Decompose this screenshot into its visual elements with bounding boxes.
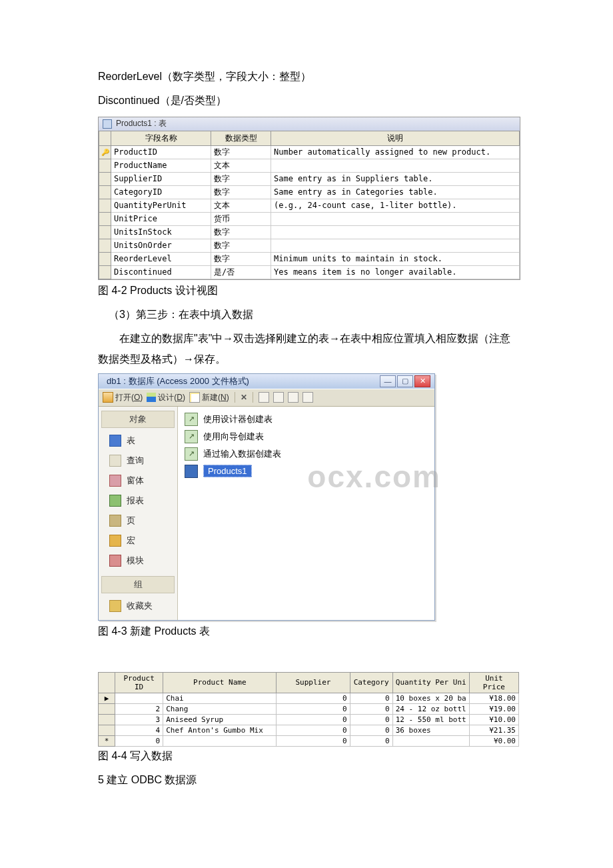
figure-4-2-design-view: Products1 : 表 字段名称 数据类型 说明 🔑ProductID数字N… [98,117,520,280]
figure-4-4-caption: 图 4-4 写入数据 [98,749,520,763]
db-window-titlebar: db1 : 数据库 (Access 2000 文件格式) — ▢ ✕ [99,374,434,389]
sidebar-item-reports[interactable]: 报表 [99,491,177,511]
table-icon [103,119,112,129]
step3-paragraph: 在建立的数据库"表"中→双击选择刚建立的表→在表中相应位置填入相应数据（注意数据… [98,329,520,369]
design-icon [147,393,156,402]
macros-icon [109,535,121,547]
table-row[interactable]: 3Aniseed Syrup0012 - 550 ml bott¥10.00 [99,714,519,725]
maximize-button[interactable]: ▢ [397,375,413,387]
figure-4-3-caption: 图 4-3 新建 Products 表 [98,625,520,639]
table-icon [185,465,198,478]
table-header-row: Product ID Product Name Supplier Categor… [99,672,519,693]
modules-icon [109,555,121,567]
table-row: ReorderLevel数字Minimum units to maintain … [99,252,520,265]
step3-heading: （3）第三步：在表中填入数据 [98,305,520,325]
table-header-row: 字段名称 数据类型 说明 [99,131,520,145]
view-large-icon[interactable] [273,392,284,403]
sidebar-item-pages[interactable]: 页 [99,511,177,531]
col-data-type: 数据类型 [211,131,271,145]
text-reorderlevel: ReorderLevel（数字类型，字段大小：整型） [98,67,520,87]
figure-4-3-db-window: db1 : 数据库 (Access 2000 文件格式) — ▢ ✕ 打开(O)… [98,373,435,621]
create-table-design-view[interactable]: ↗使用设计器创建表 [183,411,429,428]
primary-key-icon: 🔑 [101,149,109,156]
close-button[interactable]: ✕ [414,375,430,387]
sidebar-item-modules[interactable]: 模块 [99,551,177,571]
table-row[interactable]: 4Chef Anton's Gumbo Mix0036 boxes¥21.35 [99,725,519,735]
view-list-icon[interactable] [288,392,299,403]
sidebar-item-tables[interactable]: 表 [99,431,177,451]
pages-icon [109,515,121,527]
favorites-icon [109,600,121,612]
new-button[interactable]: 新建(N) [189,392,229,403]
object-sidebar: 对象 表 查询 窗体 报表 页 宏 模块 组 收藏夹 [99,407,178,620]
object-list: ocx.com ↗使用设计器创建表 ↗使用向导创建表 ↗通过输入数据创建表 Pr… [178,407,434,620]
sidebar-item-favorites[interactable]: 收藏夹 [99,596,177,616]
sidebar-item-forms[interactable]: 窗体 [99,471,177,491]
table-row: 🔑ProductID数字Number automatically assigne… [99,145,520,159]
col-category: Category [350,672,392,693]
table-row: ProductName文本 [99,159,520,172]
table-row: UnitsInStock数字 [99,225,520,239]
wizard-icon: ↗ [185,430,198,443]
table-products1[interactable]: Products1 [183,463,429,480]
db-toolbar: 打开(O) 设计(D) 新建(N) ✕ [99,389,434,407]
table-row[interactable]: *000¥0.00 [99,735,519,746]
table-row: SupplierID数字Same entry as in Suppliers t… [99,172,520,185]
text-discontinued: Discontinued（是/否类型） [98,91,520,111]
forms-icon [109,475,121,487]
table-row: CategoryID数字Same entry as in Categories … [99,185,520,199]
minimize-button[interactable]: — [380,375,396,387]
col-product-name: Product Name [163,672,277,693]
col-qpu: Quantity Per Uni [392,672,469,693]
table-row[interactable]: 2Chang0024 - 12 oz bottl¥19.00 [99,703,519,714]
tables-icon [109,435,121,447]
wizard-icon: ↗ [185,447,198,461]
sidebar-objects-header: 对象 [101,411,175,428]
sidebar-item-macros[interactable]: 宏 [99,531,177,551]
sidebar-groups-header: 组 [101,576,175,593]
table-row: UnitsOnOrder数字 [99,239,520,252]
sidebar-item-queries[interactable]: 查询 [99,451,177,471]
col-description: 说明 [271,131,520,145]
design-button[interactable]: 设计(D) [147,392,185,403]
col-supplier: Supplier [277,672,350,693]
figure-4-2-title: Products1 : 表 [116,118,167,129]
view-details-icon[interactable] [303,392,313,403]
create-table-enter-data[interactable]: ↗通过输入数据创建表 [183,445,429,463]
db-window-title: db1 : 数据库 (Access 2000 文件格式) [107,375,249,387]
table-row: UnitPrice货币 [99,212,520,225]
wizard-icon: ↗ [185,413,198,426]
table-row: Discontinued是/否Yes means item is no long… [99,265,520,279]
section-5-heading: 5 建立 ODBC 数据源 [98,770,520,790]
col-unit-price: Unit Price [469,672,518,693]
figure-4-2-caption: 图 4-2 Products 设计视图 [98,284,520,298]
queries-icon [109,455,121,467]
col-field-name: 字段名称 [111,131,211,145]
col-product-id: Product ID [115,672,163,693]
open-icon [103,392,113,403]
create-table-wizard[interactable]: ↗使用向导创建表 [183,428,429,445]
view-small-icon[interactable] [259,392,269,403]
table-row[interactable]: ▶Chai0010 boxes x 20 ba¥18.00 [99,693,519,703]
figure-4-2-titlebar: Products1 : 表 [99,117,520,131]
new-icon [189,392,200,403]
figure-4-4-datasheet: Product ID Product Name Supplier Categor… [98,672,519,747]
open-button[interactable]: 打开(O) [103,392,143,403]
reports-icon [109,495,121,507]
table-row: QuantityPerUnit文本(e.g., 24-count case, 1… [99,199,520,212]
